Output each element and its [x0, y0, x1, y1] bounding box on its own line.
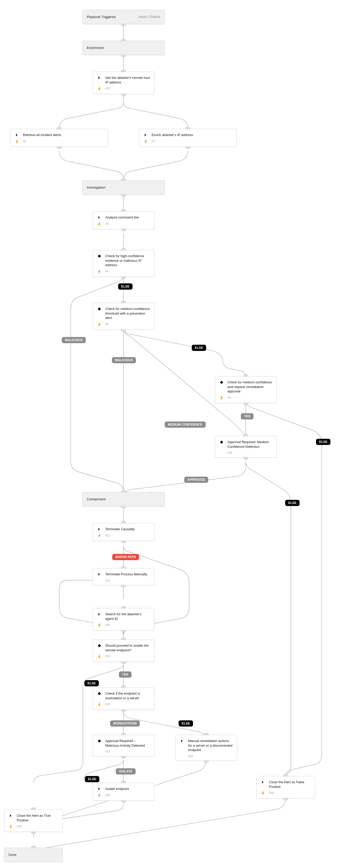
node-title: Done — [8, 853, 16, 857]
edge-label-approved: APPROVED — [184, 477, 208, 483]
connector-notch — [243, 403, 248, 405]
connector-notch — [121, 521, 126, 524]
node-id: #20 — [105, 623, 150, 627]
node-retrieve-alerts[interactable]: Retrieve all incident alerts #6 — [10, 129, 108, 147]
connector-notch — [121, 685, 126, 688]
connector-notch — [121, 800, 126, 803]
node-title: Retrieve all incident alerts — [23, 133, 104, 137]
bolt-icon — [8, 825, 13, 829]
node-enrichment-header[interactable]: Enrichment — [82, 41, 165, 55]
node-isolate-endpoint[interactable]: Isolate endpoint #18 — [93, 783, 154, 801]
node-proceed-isolate[interactable]: Should proceed to isolate the remote end… — [93, 640, 154, 662]
diamond-icon — [219, 440, 224, 444]
node-title: Isolate endpoint — [105, 786, 150, 791]
connector-notch — [121, 506, 126, 508]
connector-notch — [243, 457, 248, 460]
edge-label-workstation: WORKSTATION — [110, 720, 140, 726]
connector-notch — [185, 146, 190, 149]
node-title: Approval Required – Malicious Activity D… — [105, 739, 150, 748]
node-terminate-manually[interactable]: Terminate Process Manually #13 — [93, 568, 154, 585]
node-analyze-command-line[interactable]: Analyze command line #3 — [93, 211, 154, 229]
bolt-icon — [97, 623, 102, 628]
bolt-icon — [97, 654, 102, 659]
edge-label-malicious: MALICIOUS — [112, 357, 136, 363]
node-id: #12 — [105, 534, 150, 537]
node-playbook-triggered[interactable]: Playbook Triggered Inputs / Outputs — [82, 10, 165, 24]
connector-notch — [121, 39, 126, 41]
chevron-icon — [15, 133, 19, 137]
connector-notch — [121, 606, 126, 609]
diamond-icon — [219, 380, 224, 385]
node-title: Investigation — [87, 186, 106, 189]
connector-notch — [121, 709, 126, 712]
connector-notch — [121, 276, 126, 279]
node-id: #16 — [269, 791, 311, 795]
node-terminate-causality[interactable]: Terminate Causality #12 — [93, 523, 154, 541]
node-manual-remediation[interactable]: Manual remediation actions for a server … — [176, 735, 237, 761]
edge-label-yes: YES — [119, 672, 132, 678]
node-close-true-positive[interactable]: Close the Alert as True Positive #14 — [4, 809, 63, 832]
edge-label-medium-confidence: MEDIUM CONFIDENCE — [165, 422, 206, 428]
node-get-remote-host[interactable]: Get the attacker's remote host IP addres… — [93, 72, 154, 94]
node-title: Check for medium-confidence and request … — [228, 380, 272, 394]
node-id: #21 — [105, 87, 150, 90]
connector-notch — [121, 540, 126, 543]
chevron-icon — [97, 215, 102, 220]
diamond-icon — [97, 643, 102, 648]
connector-notch — [121, 781, 126, 783]
connector-notch — [121, 301, 126, 303]
node-enrich-ip[interactable]: Enrich attacker's IP address #1 — [139, 129, 237, 147]
node-title: Enrich attacker's IP address — [151, 133, 233, 137]
edge-label-else: ELSE — [192, 345, 206, 351]
node-title: Search for the attacker's agent ID — [105, 612, 150, 621]
node-title: Get the attacker's remote host IP addres… — [105, 75, 150, 85]
connector-notch — [121, 756, 126, 758]
node-title: Close the Alert as False Positive — [269, 780, 311, 789]
bolt-icon — [97, 793, 102, 798]
node-search-agent-id[interactable]: Search for the attacker's agent ID #20 — [93, 608, 154, 630]
node-id: #18 — [105, 793, 150, 797]
node-id: #9 — [228, 396, 272, 400]
bolt-icon — [97, 322, 102, 327]
connector-notch — [31, 831, 36, 834]
connector-notch — [121, 248, 126, 250]
bolt-icon — [97, 222, 102, 226]
connector-notch — [243, 434, 248, 436]
node-title: Approval Required: Medium Confidence Det… — [228, 440, 272, 449]
node-close-false-positive[interactable]: Close the Alert as False Positive #16 — [256, 776, 315, 799]
node-id: #10 — [228, 451, 272, 455]
node-containment-header[interactable]: Containment — [82, 492, 165, 506]
node-approval-medium[interactable]: Approval Required: Medium Confidence Det… — [215, 436, 277, 458]
node-check-medium-threshold[interactable]: Check for medium-confidence threshold wi… — [93, 303, 154, 330]
edge-label-else: ELSE — [118, 283, 133, 289]
bolt-icon — [261, 791, 265, 796]
chevron-icon — [97, 572, 102, 577]
connector-notch — [204, 733, 209, 735]
node-id: #1 — [151, 140, 233, 143]
connector-notch — [121, 329, 126, 332]
connector-notch — [121, 178, 126, 181]
node-approval-malicious[interactable]: Approval Required – Malicious Activity D… — [93, 735, 154, 756]
edge-label-else: ELSE — [285, 500, 300, 506]
chevron-icon — [143, 133, 148, 137]
chevron-icon — [97, 75, 102, 80]
node-id: #24 — [188, 754, 233, 758]
node-subtitle: Inputs / Outputs — [138, 15, 160, 19]
bolt-icon — [97, 534, 102, 538]
bolt-icon — [97, 270, 102, 274]
node-title: Containment — [87, 497, 106, 501]
node-done-header[interactable]: Done — [4, 848, 63, 862]
connector-notch — [121, 566, 126, 569]
node-check-medium-approval[interactable]: Check for medium-confidence and request … — [215, 376, 277, 403]
node-id: #6 — [23, 140, 104, 143]
node-title: Terminate Causality — [105, 527, 150, 531]
diamond-icon — [97, 739, 102, 743]
node-investigation-header[interactable]: Investigation — [82, 180, 165, 195]
node-title: Check for high-confidence evidence or ma… — [105, 254, 150, 268]
node-check-workstation-server[interactable]: Check if the endpoint is workstation or … — [93, 687, 154, 710]
connector-notch — [121, 638, 126, 640]
node-check-high-confidence[interactable]: Check for high-confidence evidence or ma… — [93, 250, 154, 277]
connector-notch — [121, 733, 126, 735]
connector-notch — [121, 55, 126, 57]
node-title: Check for medium-confidence threshold wi… — [105, 307, 150, 320]
